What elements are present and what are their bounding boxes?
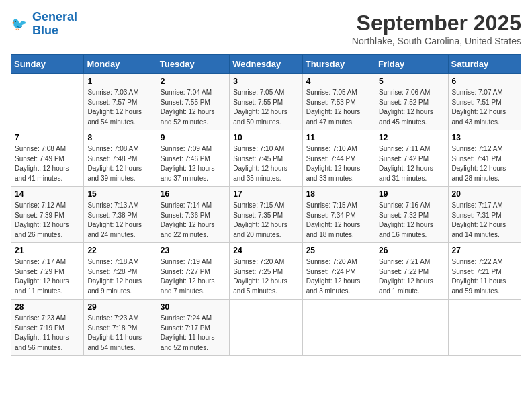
calendar-cell: 1Sunrise: 7:03 AM Sunset: 7:57 PM Daylig… [84, 74, 157, 130]
day-info: Sunrise: 7:22 AM Sunset: 7:21 PM Dayligh… [452, 257, 517, 296]
calendar-cell: 28Sunrise: 7:23 AM Sunset: 7:19 PM Dayli… [11, 300, 84, 356]
header-wednesday: Wednesday [230, 55, 302, 74]
calendar-cell: 20Sunrise: 7:17 AM Sunset: 7:31 PM Dayli… [448, 187, 521, 243]
calendar-cell: 23Sunrise: 7:19 AM Sunset: 7:27 PM Dayli… [157, 243, 229, 300]
day-number: 30 [161, 302, 226, 312]
day-number: 15 [87, 189, 152, 199]
day-number: 7 [15, 133, 80, 142]
calendar-cell: 4Sunrise: 7:05 AM Sunset: 7:53 PM Daylig… [302, 74, 375, 130]
day-info: Sunrise: 7:03 AM Sunset: 7:57 PM Dayligh… [87, 88, 152, 127]
day-info: Sunrise: 7:15 AM Sunset: 7:34 PM Dayligh… [306, 201, 371, 240]
day-number: 13 [452, 133, 517, 142]
day-info: Sunrise: 7:06 AM Sunset: 7:52 PM Dayligh… [379, 88, 444, 127]
day-number: 9 [161, 133, 226, 142]
calendar-cell: 8Sunrise: 7:08 AM Sunset: 7:48 PM Daylig… [84, 130, 157, 187]
calendar-body: 1Sunrise: 7:03 AM Sunset: 7:57 PM Daylig… [11, 74, 521, 356]
day-number: 27 [452, 246, 517, 255]
calendar-week-5: 28Sunrise: 7:23 AM Sunset: 7:19 PM Dayli… [11, 300, 521, 356]
day-info: Sunrise: 7:15 AM Sunset: 7:35 PM Dayligh… [233, 201, 298, 240]
day-info: Sunrise: 7:12 AM Sunset: 7:41 PM Dayligh… [452, 144, 517, 183]
calendar-cell: 19Sunrise: 7:16 AM Sunset: 7:32 PM Dayli… [375, 187, 448, 243]
day-number: 29 [87, 302, 152, 312]
calendar-cell: 27Sunrise: 7:22 AM Sunset: 7:21 PM Dayli… [448, 243, 521, 300]
title-block: September 2025 Northlake, South Carolina… [352, 11, 521, 46]
day-info: Sunrise: 7:04 AM Sunset: 7:55 PM Dayligh… [161, 88, 226, 127]
day-info: Sunrise: 7:05 AM Sunset: 7:53 PM Dayligh… [306, 88, 371, 127]
calendar-cell: 11Sunrise: 7:10 AM Sunset: 7:44 PM Dayli… [302, 130, 375, 187]
day-info: Sunrise: 7:13 AM Sunset: 7:38 PM Dayligh… [87, 201, 152, 240]
calendar-cell: 21Sunrise: 7:17 AM Sunset: 7:29 PM Dayli… [11, 243, 84, 300]
calendar-cell [448, 300, 521, 356]
location: Northlake, South Carolina, United States [352, 36, 521, 46]
day-info: Sunrise: 7:08 AM Sunset: 7:48 PM Dayligh… [87, 144, 152, 183]
day-number: 4 [306, 77, 371, 86]
day-info: Sunrise: 7:23 AM Sunset: 7:19 PM Dayligh… [15, 314, 80, 353]
calendar-cell: 25Sunrise: 7:20 AM Sunset: 7:24 PM Dayli… [302, 243, 375, 300]
day-info: Sunrise: 7:11 AM Sunset: 7:42 PM Dayligh… [379, 144, 444, 183]
day-number: 22 [87, 246, 152, 255]
calendar-cell: 29Sunrise: 7:23 AM Sunset: 7:18 PM Dayli… [84, 300, 157, 356]
calendar-cell: 26Sunrise: 7:21 AM Sunset: 7:22 PM Dayli… [375, 243, 448, 300]
day-number: 8 [87, 133, 152, 142]
day-info: Sunrise: 7:17 AM Sunset: 7:29 PM Dayligh… [15, 257, 80, 296]
page-header: 🐦 General Blue September 2025 Northlake,… [11, 11, 521, 46]
day-info: Sunrise: 7:05 AM Sunset: 7:55 PM Dayligh… [233, 88, 298, 127]
day-info: Sunrise: 7:20 AM Sunset: 7:25 PM Dayligh… [233, 257, 298, 296]
day-number: 17 [233, 189, 298, 199]
day-number: 23 [161, 246, 226, 255]
calendar-cell [11, 74, 84, 130]
calendar-cell: 16Sunrise: 7:14 AM Sunset: 7:36 PM Dayli… [157, 187, 229, 243]
day-info: Sunrise: 7:10 AM Sunset: 7:45 PM Dayligh… [233, 144, 298, 183]
day-number: 6 [452, 77, 517, 86]
day-info: Sunrise: 7:07 AM Sunset: 7:51 PM Dayligh… [452, 88, 517, 127]
day-info: Sunrise: 7:19 AM Sunset: 7:27 PM Dayligh… [161, 257, 226, 296]
month-title: September 2025 [352, 11, 521, 36]
calendar-header-row: SundayMondayTuesdayWednesdayThursdayFrid… [11, 55, 521, 74]
logo: 🐦 General Blue [11, 11, 77, 38]
day-info: Sunrise: 7:20 AM Sunset: 7:24 PM Dayligh… [306, 257, 371, 296]
day-info: Sunrise: 7:17 AM Sunset: 7:31 PM Dayligh… [452, 201, 517, 240]
day-info: Sunrise: 7:09 AM Sunset: 7:46 PM Dayligh… [161, 144, 226, 183]
day-number: 19 [379, 189, 444, 199]
day-number: 1 [87, 77, 152, 86]
calendar-cell: 3Sunrise: 7:05 AM Sunset: 7:55 PM Daylig… [230, 74, 302, 130]
day-info: Sunrise: 7:14 AM Sunset: 7:36 PM Dayligh… [161, 201, 226, 240]
header-sunday: Sunday [11, 55, 84, 74]
calendar-cell: 13Sunrise: 7:12 AM Sunset: 7:41 PM Dayli… [448, 130, 521, 187]
calendar-cell: 18Sunrise: 7:15 AM Sunset: 7:34 PM Dayli… [302, 187, 375, 243]
calendar-week-4: 21Sunrise: 7:17 AM Sunset: 7:29 PM Dayli… [11, 243, 521, 300]
day-number: 14 [15, 189, 80, 199]
logo-text: General Blue [32, 11, 77, 38]
calendar-cell: 2Sunrise: 7:04 AM Sunset: 7:55 PM Daylig… [157, 74, 229, 130]
calendar-cell: 6Sunrise: 7:07 AM Sunset: 7:51 PM Daylig… [448, 74, 521, 130]
header-monday: Monday [84, 55, 157, 74]
calendar-cell: 7Sunrise: 7:08 AM Sunset: 7:49 PM Daylig… [11, 130, 84, 187]
calendar-cell [230, 300, 302, 356]
calendar-week-2: 7Sunrise: 7:08 AM Sunset: 7:49 PM Daylig… [11, 130, 521, 187]
day-number: 28 [15, 302, 80, 312]
day-info: Sunrise: 7:12 AM Sunset: 7:39 PM Dayligh… [15, 201, 80, 240]
day-info: Sunrise: 7:10 AM Sunset: 7:44 PM Dayligh… [306, 144, 371, 183]
calendar-cell [302, 300, 375, 356]
day-number: 11 [306, 133, 371, 142]
calendar-cell: 24Sunrise: 7:20 AM Sunset: 7:25 PM Dayli… [230, 243, 302, 300]
day-number: 2 [161, 77, 226, 86]
header-tuesday: Tuesday [157, 55, 229, 74]
calendar-cell: 12Sunrise: 7:11 AM Sunset: 7:42 PM Dayli… [375, 130, 448, 187]
day-info: Sunrise: 7:23 AM Sunset: 7:18 PM Dayligh… [87, 314, 152, 353]
calendar-cell: 17Sunrise: 7:15 AM Sunset: 7:35 PM Dayli… [230, 187, 302, 243]
day-number: 18 [306, 189, 371, 199]
calendar-week-3: 14Sunrise: 7:12 AM Sunset: 7:39 PM Dayli… [11, 187, 521, 243]
calendar-cell: 30Sunrise: 7:24 AM Sunset: 7:17 PM Dayli… [157, 300, 229, 356]
day-number: 3 [233, 77, 298, 86]
day-number: 20 [452, 189, 517, 199]
calendar-cell: 10Sunrise: 7:10 AM Sunset: 7:45 PM Dayli… [230, 130, 302, 187]
svg-text:🐦: 🐦 [11, 16, 27, 31]
header-thursday: Thursday [302, 55, 375, 74]
day-number: 12 [379, 133, 444, 142]
day-info: Sunrise: 7:21 AM Sunset: 7:22 PM Dayligh… [379, 257, 444, 296]
calendar-table: SundayMondayTuesdayWednesdayThursdayFrid… [11, 54, 521, 356]
logo-icon: 🐦 [11, 15, 30, 34]
day-number: 25 [306, 246, 371, 255]
day-info: Sunrise: 7:08 AM Sunset: 7:49 PM Dayligh… [15, 144, 80, 183]
